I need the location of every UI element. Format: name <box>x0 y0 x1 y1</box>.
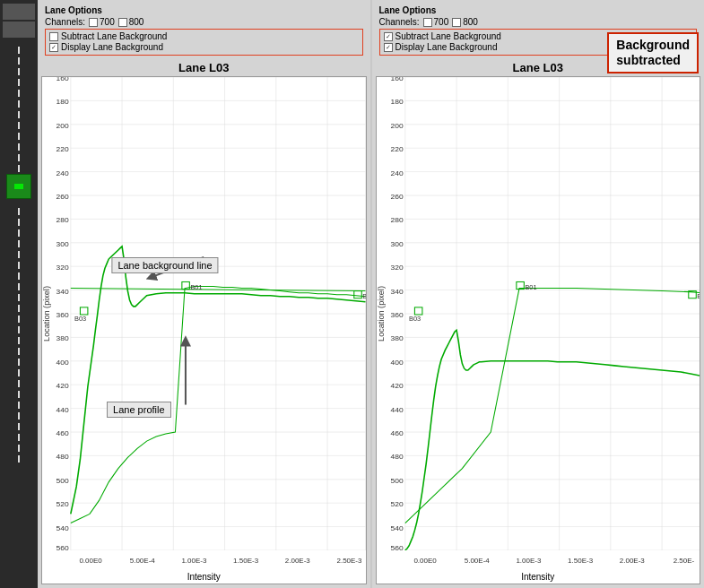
svg-text:500: 500 <box>56 476 70 485</box>
right-x-axis-svg: 0.00E0 5.00E-4 1.00E-3 1.50E-3 2.00E-3 2… <box>377 552 700 570</box>
left-x-axis-label: 0.00E0 5.00E-4 1.00E-3 1.50E-3 2.00E-3 2… <box>42 550 366 584</box>
svg-text:320: 320 <box>56 263 70 272</box>
svg-text:560: 560 <box>390 543 404 550</box>
svg-text:1.00E-3: 1.00E-3 <box>516 557 542 565</box>
left-channels-label: Channels: <box>45 17 85 27</box>
svg-text:420: 420 <box>390 381 404 390</box>
svg-text:560: 560 <box>56 543 70 550</box>
svg-text:460: 460 <box>390 428 404 437</box>
svg-text:280: 280 <box>56 216 70 225</box>
right-panel: Backgroundsubtracted Lane Options Channe… <box>372 0 705 588</box>
svg-text:220: 220 <box>56 144 70 153</box>
left-subtract-checkbox[interactable] <box>49 32 58 41</box>
main-content: Lane Options Channels: 700 800 Su <box>38 0 704 588</box>
sidebar-tool-1[interactable] <box>3 4 35 20</box>
right-channels-label: Channels: <box>379 17 420 27</box>
right-ch800-label: 800 <box>463 17 478 27</box>
svg-text:180: 180 <box>390 98 404 107</box>
sidebar <box>0 0 38 588</box>
svg-text:B02: B02 <box>697 292 700 300</box>
svg-text:300: 300 <box>390 239 404 248</box>
sidebar-dashes-2 <box>18 208 20 463</box>
right-ch700-box[interactable] <box>423 18 432 27</box>
svg-text:B03: B03 <box>409 315 421 323</box>
left-ch700-box[interactable] <box>89 18 98 27</box>
svg-text:2.50E-3: 2.50E-3 <box>336 557 362 565</box>
right-subtract-checkbox[interactable] <box>384 32 393 41</box>
svg-text:2.50E-: 2.50E- <box>673 557 694 565</box>
left-options-box: Subtract Lane Background Display Lane Ba… <box>45 29 363 56</box>
svg-text:240: 240 <box>56 169 70 177</box>
svg-text:B03: B03 <box>74 315 86 323</box>
left-ch800-checkbox[interactable]: 800 <box>118 17 144 27</box>
svg-text:Location (pixel): Location (pixel) <box>377 286 386 342</box>
left-ch800-box[interactable] <box>118 18 127 27</box>
left-lane-title: Lane L03 <box>41 61 367 74</box>
svg-text:0.00E0: 0.00E0 <box>79 557 102 565</box>
left-x-axis-svg: 0.00E0 5.00E-4 1.00E-3 1.50E-3 2.00E-3 2… <box>42 552 366 570</box>
right-chart-svg: 160 180 200 220 240 260 280 300 320 340 … <box>377 77 700 550</box>
right-chart-inner: 160 180 200 220 240 260 280 300 320 340 … <box>377 77 700 550</box>
svg-text:200: 200 <box>390 121 404 130</box>
left-display-checkbox[interactable] <box>49 43 58 52</box>
svg-text:440: 440 <box>390 405 404 414</box>
svg-text:B02: B02 <box>362 292 365 300</box>
right-chart-container: 160 180 200 220 240 260 280 300 320 340 … <box>376 76 701 584</box>
left-subtract-label: Subtract Lane Background <box>61 31 167 41</box>
panels-container: Lane Options Channels: 700 800 Su <box>38 0 704 588</box>
svg-text:Location (pixel): Location (pixel) <box>42 286 51 342</box>
svg-text:200: 200 <box>56 121 70 130</box>
svg-text:320: 320 <box>390 263 404 272</box>
svg-text:260: 260 <box>390 192 404 201</box>
right-display-checkbox[interactable] <box>384 43 393 52</box>
sidebar-tool-2[interactable] <box>3 22 35 38</box>
right-ch700-label: 700 <box>434 17 449 27</box>
left-lane-options-title: Lane Options <box>45 5 363 15</box>
right-ch800-checkbox[interactable]: 800 <box>452 17 478 27</box>
left-display-label: Display Lane Background <box>61 42 163 52</box>
svg-text:2.00E-3: 2.00E-3 <box>285 557 311 565</box>
right-x-axis-label: 0.00E0 5.00E-4 1.00E-3 1.50E-3 2.00E-3 2… <box>377 550 700 584</box>
annotation-background-line: Lane background line <box>111 257 218 273</box>
left-ch700-label: 700 <box>100 17 115 27</box>
svg-text:400: 400 <box>390 358 404 367</box>
left-ch700-checkbox[interactable]: 700 <box>89 17 115 27</box>
right-lane-options-title: Lane Options <box>379 5 698 15</box>
left-subtract-row: Subtract Lane Background <box>49 31 359 41</box>
svg-text:460: 460 <box>56 428 70 437</box>
svg-text:380: 380 <box>390 334 404 343</box>
right-intensity-label: Intensity <box>377 572 700 582</box>
svg-text:0.00E0: 0.00E0 <box>413 557 437 565</box>
left-ch800-label: 800 <box>129 17 144 27</box>
lane-indicator <box>6 174 31 199</box>
svg-text:B01: B01 <box>190 283 202 291</box>
svg-text:480: 480 <box>390 453 404 462</box>
left-display-row: Display Lane Background <box>49 42 359 52</box>
svg-text:380: 380 <box>56 334 70 343</box>
svg-text:520: 520 <box>56 499 70 508</box>
svg-text:260: 260 <box>56 192 70 201</box>
svg-text:500: 500 <box>390 476 404 485</box>
svg-text:480: 480 <box>56 453 70 462</box>
svg-text:240: 240 <box>390 169 404 177</box>
left-chart-inner: 160 180 200 220 240 260 280 300 320 340 … <box>42 77 366 550</box>
svg-text:340: 340 <box>56 287 70 296</box>
svg-text:540: 540 <box>56 523 70 532</box>
svg-text:1.00E-3: 1.00E-3 <box>181 557 207 565</box>
svg-text:420: 420 <box>56 381 70 390</box>
svg-text:360: 360 <box>56 310 70 319</box>
svg-text:220: 220 <box>390 144 404 153</box>
svg-text:1.50E-3: 1.50E-3 <box>233 557 259 565</box>
svg-text:180: 180 <box>56 98 70 107</box>
svg-text:340: 340 <box>390 287 404 296</box>
sidebar-dashes <box>18 47 20 172</box>
svg-text:B01: B01 <box>525 283 536 291</box>
svg-text:360: 360 <box>390 310 404 319</box>
right-display-label: Display Lane Background <box>395 42 498 52</box>
right-ch800-box[interactable] <box>452 18 461 27</box>
right-ch700-checkbox[interactable]: 700 <box>423 17 449 27</box>
svg-text:520: 520 <box>390 499 404 508</box>
left-panel: Lane Options Channels: 700 800 Su <box>38 0 370 588</box>
svg-text:400: 400 <box>56 358 70 367</box>
svg-text:160: 160 <box>390 77 404 82</box>
